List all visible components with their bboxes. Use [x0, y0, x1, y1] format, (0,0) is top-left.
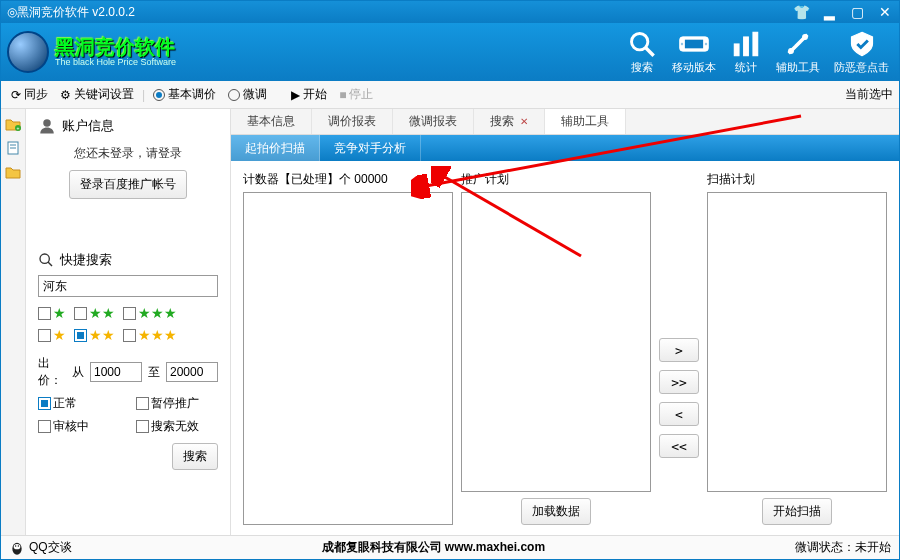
svg-point-22	[18, 545, 19, 546]
start-scan-button[interactable]: 开始扫描	[762, 498, 832, 525]
svg-rect-3	[684, 39, 703, 49]
svg-rect-7	[744, 37, 749, 56]
current-selection-label: 当前选中	[845, 86, 893, 103]
search-icon	[38, 252, 54, 268]
star-filter-5[interactable]: ★★	[74, 327, 115, 343]
transfer-buttons: > >> < <<	[659, 171, 699, 525]
sidebar: 账户信息 您还未登录，请登录 登录百度推广帐号 快捷搜索 ★ ★★ ★★★ ★ …	[26, 109, 231, 535]
account-header: 账户信息	[38, 117, 218, 135]
quick-search-header: 快捷搜索	[38, 251, 218, 269]
star-filter-3[interactable]: ★★★	[123, 305, 177, 321]
header: 黑洞竞价软件 The black Hole Price Software 搜索 …	[1, 23, 899, 81]
price-label: 出价：	[38, 355, 66, 389]
tool-anti-click[interactable]: 防恶意点击	[834, 30, 889, 75]
status-invalid[interactable]: 搜索无效	[136, 418, 218, 435]
logo: 黑洞竞价软件 The black Hole Price Software	[1, 31, 176, 73]
logo-name: 黑洞竞价软件	[55, 36, 176, 58]
status-normal[interactable]: 正常	[38, 395, 120, 412]
left-rail: +	[1, 109, 26, 535]
svg-point-9	[789, 48, 794, 53]
close-icon[interactable]: ✕	[520, 116, 528, 127]
app-icon: ◎	[7, 5, 17, 19]
close-button[interactable]: ✕	[871, 3, 899, 21]
folder-icon[interactable]	[5, 165, 21, 179]
refresh-icon: ⟳	[11, 88, 21, 102]
start-button[interactable]: ▶开始	[287, 84, 331, 105]
play-icon: ▶	[291, 88, 300, 102]
search-input[interactable]	[38, 275, 218, 297]
sidebar-search-button[interactable]: 搜索	[172, 443, 218, 470]
radio-icon	[153, 89, 165, 101]
shield-icon	[846, 30, 878, 58]
svg-rect-8	[753, 32, 758, 55]
stop-button[interactable]: ■停止	[335, 84, 377, 105]
titlebar: ◎ 黑洞竞价软件 v2.0.0.2 👕 ▂ ▢ ✕	[1, 1, 899, 23]
tool-mobile[interactable]: 移动版本	[672, 30, 716, 75]
move-all-left-button[interactable]: <<	[659, 434, 699, 458]
keyword-settings-button[interactable]: ⚙关键词设置	[56, 84, 138, 105]
star-filter-1[interactable]: ★	[38, 305, 66, 321]
scan-panel: 扫描计划 开始扫描	[707, 171, 887, 525]
fine-tune-status: 微调状态：未开始	[795, 539, 891, 556]
subtab-rival[interactable]: 竞争对手分析	[320, 135, 421, 161]
price-from-input[interactable]	[90, 362, 142, 382]
tab-price-report[interactable]: 调价报表	[312, 109, 393, 134]
tab-basic-info[interactable]: 基本信息	[231, 109, 312, 134]
content-area: 基本信息 调价报表 微调报表 搜索✕ 辅助工具 起拍价扫描 竞争对手分析 计数器…	[231, 109, 899, 535]
main-tabs: 基本信息 调价报表 微调报表 搜索✕ 辅助工具	[231, 109, 899, 135]
mobile-icon	[678, 30, 710, 58]
logo-icon	[7, 31, 49, 73]
statusbar: QQ交谈 成都复眼科技有限公司 www.maxhei.com 微调状态：未开始	[1, 535, 899, 559]
tool-stats[interactable]: 统计	[730, 30, 762, 75]
sync-button[interactable]: ⟳同步	[7, 84, 52, 105]
search-icon	[626, 30, 658, 58]
stats-icon	[730, 30, 762, 58]
qq-icon	[9, 540, 25, 556]
star-filter-4[interactable]: ★	[38, 327, 66, 343]
svg-line-1	[646, 47, 654, 55]
move-right-button[interactable]: >	[659, 338, 699, 362]
price-to-input[interactable]	[166, 362, 218, 382]
counter-value: 00000	[354, 172, 387, 186]
tab-aux-tools[interactable]: 辅助工具	[545, 109, 626, 134]
company-info: 成都复眼科技有限公司 www.maxhei.com	[72, 539, 795, 556]
fine-tune-radio[interactable]: 微调	[224, 84, 271, 105]
move-left-button[interactable]: <	[659, 402, 699, 426]
folder-add-icon[interactable]: +	[5, 117, 21, 131]
promo-panel: 推广计划 加载数据	[461, 171, 651, 525]
svg-point-4	[681, 42, 683, 44]
status-review[interactable]: 审核中	[38, 418, 120, 435]
user-icon	[38, 117, 56, 135]
radio-icon	[228, 89, 240, 101]
svg-point-0	[632, 33, 648, 49]
minimize-button[interactable]: ▂	[815, 3, 843, 21]
status-pause[interactable]: 暂停推广	[136, 395, 218, 412]
svg-rect-6	[734, 44, 739, 56]
basic-price-radio[interactable]: 基本调价	[149, 84, 220, 105]
subtab-scan[interactable]: 起拍价扫描	[231, 135, 320, 161]
svg-point-10	[803, 34, 808, 39]
tool-search[interactable]: 搜索	[626, 30, 658, 75]
tool-aux[interactable]: 辅助工具	[776, 30, 820, 75]
tools-icon	[782, 30, 814, 58]
qq-chat-button[interactable]: QQ交谈	[9, 539, 72, 556]
load-data-button[interactable]: 加载数据	[521, 498, 591, 525]
move-all-right-button[interactable]: >>	[659, 370, 699, 394]
svg-point-21	[15, 545, 16, 546]
star-filter-2[interactable]: ★★	[74, 305, 115, 321]
svg-point-20	[14, 544, 21, 549]
star-filter-6[interactable]: ★★★	[123, 327, 177, 343]
login-message: 您还未登录，请登录	[38, 145, 218, 162]
sub-tabs: 起拍价扫描 竞争对手分析	[231, 135, 899, 161]
login-button[interactable]: 登录百度推广帐号	[69, 170, 187, 199]
doc-icon[interactable]	[5, 141, 21, 155]
skin-button[interactable]: 👕	[787, 3, 815, 21]
stop-icon: ■	[339, 88, 346, 102]
svg-point-5	[705, 42, 707, 44]
maximize-button[interactable]: ▢	[843, 3, 871, 21]
svg-point-16	[44, 119, 52, 127]
logo-subtitle: The black Hole Price Software	[55, 58, 176, 68]
tab-search[interactable]: 搜索✕	[474, 109, 545, 134]
tab-fine-report[interactable]: 微调报表	[393, 109, 474, 134]
svg-point-17	[40, 254, 49, 263]
